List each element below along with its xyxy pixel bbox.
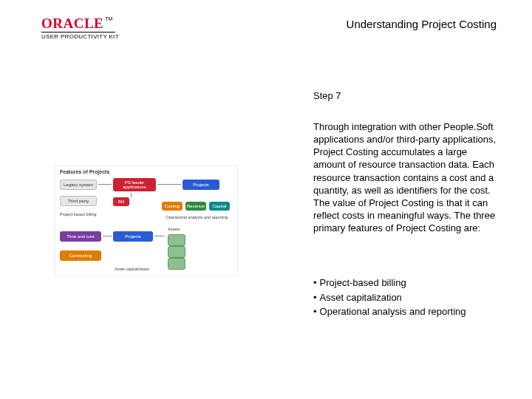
cyl-3 [168, 258, 185, 270]
box-feeders: PS feeder applications [113, 178, 156, 191]
brand-name: ORACLE [41, 16, 103, 31]
box-costing: Costing [162, 202, 183, 211]
lbl-assets: Assets [168, 227, 180, 231]
feature-bullets: •Project-based billing •Asset capitaliza… [313, 276, 466, 319]
box-contracting: Contracting [60, 250, 101, 261]
bullet-marker: • [313, 276, 317, 290]
arrow-1 [98, 184, 112, 185]
box-projects: Projects [183, 180, 219, 190]
bullet-1: •Project-based billing [313, 276, 466, 290]
page-root: ORACLETM USER PRODUCTIVITY KIT Understan… [0, 0, 532, 399]
box-projects2: Projects [113, 231, 153, 242]
features-diagram: Features of Projects Legacy system PS fe… [55, 166, 238, 276]
bullet-1-text: Project-based billing [320, 276, 406, 290]
bullet-2-text: Asset capitalization [320, 290, 402, 305]
box-timecost: Time and cost [60, 231, 101, 242]
box-legacy: Legacy system [60, 180, 97, 190]
bullet-marker: • [313, 304, 317, 319]
brand-tm: TM [105, 16, 112, 21]
cyl-1 [168, 234, 185, 246]
brand-logo: ORACLETM USER PRODUCTIVITY KIT [41, 16, 130, 40]
body-paragraph: Through integration with other People.So… [313, 120, 498, 234]
bullet-marker: • [313, 290, 317, 305]
brand-product-line: USER PRODUCTIVITY KIT [41, 33, 130, 40]
bullet-3: •Operational analysis and reporting [313, 304, 466, 319]
step-label: Step 7 [313, 90, 341, 101]
diagram-caption: Features of Projects [60, 169, 109, 174]
bullet-3-text: Operational analysis and reporting [320, 304, 466, 319]
arrow-2 [157, 184, 181, 185]
document-title: Understanding Project Costing [347, 18, 497, 30]
arrow-3 [131, 193, 132, 197]
arrow-4 [103, 236, 112, 236]
lbl-pbb: Project-based billing [60, 212, 97, 216]
box-third: Third party [60, 196, 97, 206]
lbl-oar: Operational analysis and reporting [162, 215, 232, 219]
cyl-2 [168, 246, 185, 258]
brand-name-row: ORACLETM [41, 16, 130, 31]
box-bill: Bill [113, 197, 129, 206]
brand-divider [41, 32, 115, 33]
box-revenue: Revenue [185, 202, 206, 211]
bullet-2: •Asset capitalization [313, 290, 466, 305]
box-capital: Capital [209, 202, 230, 211]
lbl-acap: Asset capitalization [115, 267, 149, 271]
arrow-5 [154, 236, 165, 236]
